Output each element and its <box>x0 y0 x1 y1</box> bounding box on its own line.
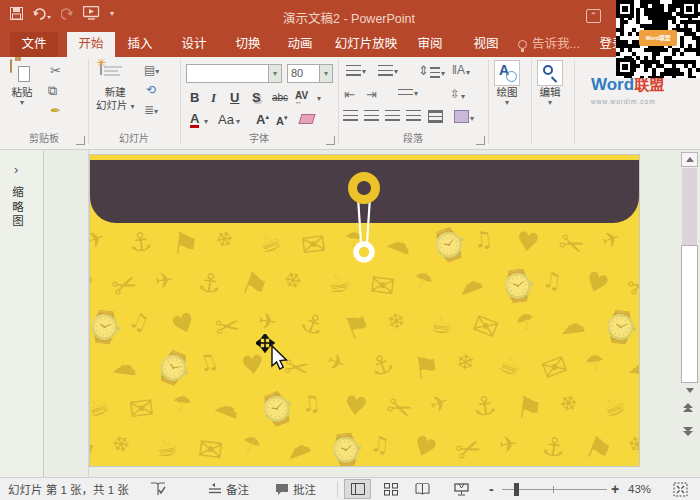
bullets-button[interactable]: ▾ <box>346 65 366 76</box>
comments-icon <box>275 483 289 496</box>
redo-icon[interactable] <box>61 7 74 20</box>
tell-me-box[interactable]: 告诉我... <box>518 32 580 57</box>
previous-slide-button[interactable] <box>683 404 693 412</box>
line-spacing-button[interactable]: ▾ <box>398 89 418 98</box>
save-icon[interactable] <box>10 7 23 20</box>
tab-slideshow[interactable]: 幻灯片放映 <box>328 32 404 57</box>
notes-label: 备注 <box>226 481 249 497</box>
section-icon[interactable]: ≣▾ <box>144 103 158 117</box>
strikethrough-button[interactable]: abc <box>272 92 288 103</box>
qr-center-badge: Word联盟 <box>639 30 677 46</box>
font-size-dropdown[interactable]: ▾ <box>319 65 332 82</box>
slideshow-view-button[interactable] <box>448 479 475 499</box>
qat-customize-icon[interactable]: ▾ <box>110 9 114 18</box>
text-shadow-button[interactable]: S <box>252 90 261 105</box>
paste-dropdown[interactable]: ▾ <box>20 99 24 107</box>
font-color-button[interactable]: A <box>190 112 199 128</box>
next-slide-button[interactable] <box>683 428 693 436</box>
window-title: 演示文稿2 - PowerPoint <box>283 8 415 27</box>
tab-animations[interactable]: 动画 <box>278 32 322 57</box>
tab-home[interactable]: 开始 <box>67 32 115 57</box>
shrink-font-button[interactable]: A▾ <box>276 114 287 127</box>
zoom-in-button[interactable]: + <box>611 478 619 500</box>
font-name-dropdown[interactable]: ▾ <box>268 65 281 82</box>
slide-sorter-icon <box>384 483 398 496</box>
reading-view-button[interactable] <box>409 479 436 499</box>
clear-formatting-icon[interactable] <box>298 114 315 124</box>
font-color-dropdown[interactable]: ▾ <box>204 118 208 126</box>
new-slide-label-2: 幻灯片 ▾ <box>96 99 134 112</box>
paste-button[interactable]: 粘贴 ▾ <box>10 60 34 107</box>
paste-icon <box>10 60 34 86</box>
comments-button[interactable]: 批注 <box>275 478 316 500</box>
cut-icon[interactable]: ✂ <box>50 63 61 78</box>
fit-to-window-icon[interactable] <box>673 482 688 497</box>
slide-sorter-view-button[interactable] <box>377 479 404 499</box>
char-spacing-button[interactable]: AV↔ <box>295 90 308 105</box>
bold-button[interactable]: B <box>190 90 199 105</box>
normal-view-button[interactable] <box>344 479 371 499</box>
change-case-button[interactable]: Aa <box>218 112 234 127</box>
zoom-level[interactable]: 43% <box>628 478 651 500</box>
zoom-out-button[interactable]: - <box>489 478 494 500</box>
reset-slide-icon[interactable]: ⟲ <box>146 83 156 97</box>
convert-smartart-button[interactable]: ▾ <box>454 110 474 123</box>
vertical-scrollbar[interactable] <box>681 152 698 477</box>
font-group-label: 字体 <box>180 130 338 145</box>
scroll-down-button[interactable] <box>681 383 698 397</box>
slide-indicator[interactable]: 幻灯片 第 1 张，共 1 张 <box>8 478 129 500</box>
zoom-slider-thumb[interactable] <box>514 483 519 496</box>
format-painter-icon[interactable]: ✒ <box>50 103 61 118</box>
italic-button[interactable]: I <box>211 90 216 106</box>
start-slideshow-icon[interactable] <box>83 6 101 20</box>
undo-icon[interactable] <box>32 7 52 20</box>
paragraph-dialog-launcher[interactable] <box>476 136 485 145</box>
align-text-vertical-button[interactable]: ⇳▾ <box>450 87 465 101</box>
editing-button[interactable]: 编辑 ▾ <box>537 60 563 107</box>
ribbon-display-options-icon[interactable]: ⌃ <box>586 9 601 23</box>
pane-divider <box>88 150 89 477</box>
numbering-button[interactable]: ▾ <box>378 65 398 76</box>
align-left-button[interactable] <box>343 110 358 121</box>
line-spacing-ud-button[interactable]: ⇕▾ <box>418 63 445 78</box>
columns-button[interactable] <box>428 110 443 123</box>
font-dialog-launcher[interactable] <box>326 136 335 145</box>
text-direction-button[interactable]: ‖A▾ <box>452 63 470 77</box>
tab-view[interactable]: 视图 <box>464 32 508 57</box>
scrollbar-track[interactable] <box>682 168 697 245</box>
change-case-dropdown[interactable]: ▾ <box>236 118 240 126</box>
reading-view-icon <box>415 483 430 495</box>
increase-indent-button[interactable]: ⇥ <box>366 87 377 102</box>
drawing-icon: A <box>494 60 520 86</box>
justify-button[interactable] <box>406 110 421 121</box>
expand-pane-icon[interactable]: › <box>14 162 18 177</box>
drawing-button[interactable]: A 绘图 ▾ <box>494 60 520 107</box>
spellcheck-icon[interactable] <box>150 482 166 496</box>
tab-review[interactable]: 审阅 <box>408 32 452 57</box>
underline-button[interactable]: U <box>230 90 239 105</box>
font-name-combo[interactable]: ▾ <box>186 64 282 83</box>
thumbnail-pane-label: 缩略图 <box>9 186 25 230</box>
slide-canvas[interactable]: ✈⚓⚑❄☕✉☂☁⌚♫♥✂✈⚓♥✂✈⚓⚑❄☕✉☂☁⌚♫♥✂⌚♫♥✂✈⚓⚑❄☕✉☂☁… <box>90 155 639 466</box>
slides-group-label: 幻灯片 <box>88 130 180 145</box>
tab-transitions[interactable]: 切换 <box>226 32 270 57</box>
copy-icon[interactable]: ⧉ <box>48 83 57 99</box>
mouse-move-cursor <box>256 334 298 374</box>
new-slide-button[interactable]: ✳ 新建 幻灯片 ▾ <box>96 60 134 112</box>
thumbnail-pane-collapsed[interactable]: › 缩略图 <box>0 150 44 477</box>
font-size-combo[interactable]: 80 ▾ <box>287 64 333 83</box>
slide-layout-icon[interactable]: ▤▾ <box>144 63 159 77</box>
align-right-button[interactable] <box>385 110 400 121</box>
tab-design[interactable]: 设计 <box>172 32 216 57</box>
notes-button[interactable]: 备注 <box>208 478 249 500</box>
tab-file[interactable]: 文件 <box>10 32 58 57</box>
align-center-button[interactable] <box>364 110 379 121</box>
scroll-up-button[interactable] <box>681 152 698 167</box>
clipboard-dialog-launcher[interactable] <box>76 136 85 145</box>
scrollbar-thumb[interactable] <box>681 245 698 383</box>
decrease-indent-button[interactable]: ⇤ <box>344 87 355 102</box>
grow-font-button[interactable]: A▴ <box>256 112 269 127</box>
tab-insert[interactable]: 插入 <box>118 32 162 57</box>
char-spacing-dropdown[interactable]: ▾ <box>317 95 321 103</box>
workspace: › 缩略图 ✈⚓⚑❄☕✉☂☁⌚♫♥✂✈⚓♥✂✈⚓⚑❄☕✉☂☁⌚♫♥✂⌚♫♥✂✈⚓… <box>0 150 700 477</box>
